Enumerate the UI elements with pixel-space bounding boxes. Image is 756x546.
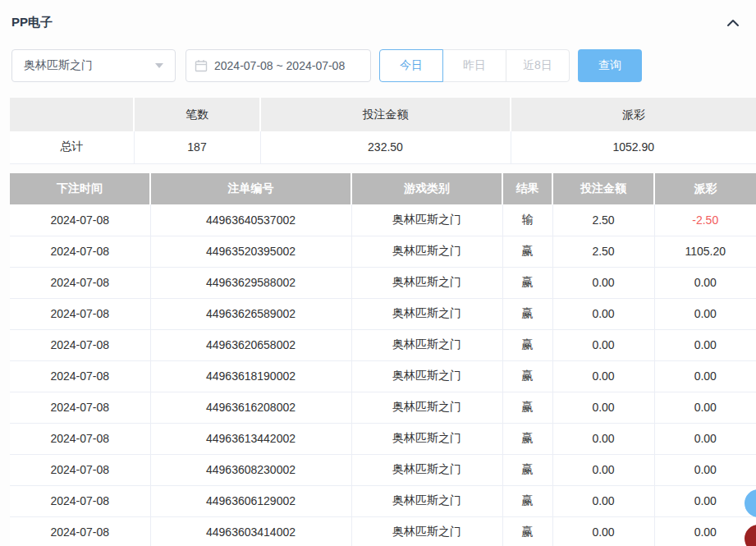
payout-cell: 0.00: [654, 298, 756, 329]
records-header-bet-time: 下注时间: [10, 173, 150, 204]
game-type-cell: 奥林匹斯之门: [351, 516, 502, 546]
chevron-down-icon: [155, 63, 163, 68]
bet-time-cell: 2024-07-08: [10, 204, 150, 236]
bet-id-cell: 44963626589002: [150, 298, 351, 329]
summary-total-row: 总计 187 232.50 1052.90: [10, 131, 756, 163]
bet-time-cell: 2024-07-08: [10, 329, 150, 360]
bet-amount-cell: 0.00: [552, 267, 654, 298]
bet-time-cell: 2024-07-08: [10, 454, 150, 485]
summary-header-payout: 派彩: [511, 98, 756, 131]
table-row: 2024-07-08 44963626589002 奥林匹斯之门 赢 0.00 …: [10, 298, 756, 329]
payout-cell: 0.00: [654, 485, 756, 516]
game-type-cell: 奥林匹斯之门: [351, 454, 502, 485]
date-range-picker[interactable]: 2024-07-08 ~ 2024-07-08: [186, 49, 371, 82]
bet-id-cell: 44963606129002: [150, 485, 351, 516]
bet-id-cell: 44963520395002: [150, 236, 351, 267]
filter-today-button[interactable]: 今日: [379, 49, 443, 82]
game-type-cell: 奥林匹斯之门: [351, 392, 502, 423]
bet-amount-cell: 0.00: [552, 392, 654, 423]
table-row: 2024-07-08 44963620658002 奥林匹斯之门 赢 0.00 …: [10, 329, 756, 360]
table-row: 2024-07-08 44963613442002 奥林匹斯之门 赢 0.00 …: [10, 423, 756, 454]
chevron-up-icon: [726, 18, 740, 30]
records-table-body: 2024-07-08 44963640537002 奥林匹斯之门 输 2.50 …: [10, 204, 756, 546]
payout-cell: 0.00: [654, 392, 756, 423]
filter-toolbar: 奥林匹斯之门 2024-07-08 ~ 2024-07-08 今日 昨日 近8日…: [11, 49, 642, 82]
result-cell: 赢: [502, 392, 552, 423]
result-cell: 赢: [502, 236, 552, 267]
bet-time-cell: 2024-07-08: [10, 516, 150, 546]
payout-cell: 0.00: [654, 423, 756, 454]
result-cell: 输: [502, 204, 552, 236]
game-type-cell: 奥林匹斯之门: [351, 204, 502, 236]
game-type-cell: 奥林匹斯之门: [351, 485, 502, 516]
filter-last8days-button[interactable]: 近8日: [506, 49, 570, 82]
summary-total-bet-amount: 232.50: [260, 131, 511, 163]
payout-cell: 0.00: [654, 267, 756, 298]
records-header-game-type: 游戏类别: [351, 173, 502, 204]
bet-amount-cell: 0.00: [552, 454, 654, 485]
records-table: 下注时间 注单编号 游戏类别 结果 投注金额 派彩 2024-07-08 449…: [10, 173, 756, 546]
bet-amount-cell: 0.00: [552, 423, 654, 454]
records-header-row: 下注时间 注单编号 游戏类别 结果 投注金额 派彩: [10, 173, 756, 204]
bet-id-cell: 44963640537002: [150, 204, 351, 236]
bet-id-cell: 44963618190002: [150, 360, 351, 392]
bet-amount-cell: 2.50: [552, 204, 654, 236]
table-row: 2024-07-08 44963608230002 奥林匹斯之门 赢 0.00 …: [10, 454, 756, 485]
summary-header-bet-amount: 投注金额: [260, 98, 511, 131]
records-header-bet-amount: 投注金额: [552, 173, 654, 204]
calendar-icon: [195, 59, 208, 72]
result-cell: 赢: [502, 267, 552, 298]
bet-amount-cell: 0.00: [552, 329, 654, 360]
records-header-bet-id: 注单编号: [150, 173, 351, 204]
table-row: 2024-07-08 44963640537002 奥林匹斯之门 输 2.50 …: [10, 204, 756, 236]
bet-id-cell: 44963603414002: [150, 516, 351, 546]
bet-time-cell: 2024-07-08: [10, 298, 150, 329]
game-type-cell: 奥林匹斯之门: [351, 360, 502, 392]
summary-total-label: 总计: [10, 131, 134, 163]
bet-amount-cell: 2.50: [552, 236, 654, 267]
payout-cell: 0.00: [654, 454, 756, 485]
bet-amount-cell: 0.00: [552, 360, 654, 392]
table-row: 2024-07-08 44963603414002 奥林匹斯之门 赢 0.00 …: [10, 516, 756, 546]
game-type-cell: 奥林匹斯之门: [351, 423, 502, 454]
page-title: PP电子: [11, 15, 53, 30]
quick-filter-group: 今日 昨日 近8日: [379, 49, 570, 82]
bet-time-cell: 2024-07-08: [10, 485, 150, 516]
bet-time-cell: 2024-07-08: [10, 392, 150, 423]
bet-time-cell: 2024-07-08: [10, 423, 150, 454]
collapse-section-button[interactable]: [725, 16, 741, 30]
records-header-payout: 派彩: [654, 173, 756, 204]
payout-cell: -2.50: [654, 204, 756, 236]
bet-id-cell: 44963629588002: [150, 267, 351, 298]
result-cell: 赢: [502, 454, 552, 485]
bet-amount-cell: 0.00: [552, 516, 654, 546]
game-type-cell: 奥林匹斯之门: [351, 329, 502, 360]
result-cell: 赢: [502, 298, 552, 329]
table-row: 2024-07-08 44963520395002 奥林匹斯之门 赢 2.50 …: [10, 236, 756, 267]
table-row: 2024-07-08 44963629588002 奥林匹斯之门 赢 0.00 …: [10, 267, 756, 298]
game-select-value: 奥林匹斯之门: [24, 58, 93, 73]
summary-header-empty: [10, 98, 134, 131]
result-cell: 赢: [502, 423, 552, 454]
summary-header-row: 笔数 投注金额 派彩: [10, 98, 756, 131]
result-cell: 赢: [502, 485, 552, 516]
table-row: 2024-07-08 44963618190002 奥林匹斯之门 赢 0.00 …: [10, 360, 756, 392]
payout-cell: 0.00: [654, 360, 756, 392]
payout-cell: 1105.20: [654, 236, 756, 267]
table-row: 2024-07-08 44963616208002 奥林匹斯之门 赢 0.00 …: [10, 392, 756, 423]
query-button[interactable]: 查询: [578, 49, 642, 82]
summary-total-payout: 1052.90: [511, 131, 756, 163]
bet-id-cell: 44963616208002: [150, 392, 351, 423]
game-type-cell: 奥林匹斯之门: [351, 236, 502, 267]
result-cell: 赢: [502, 360, 552, 392]
filter-yesterday-button[interactable]: 昨日: [442, 49, 506, 82]
payout-cell: 0.00: [654, 516, 756, 546]
game-select[interactable]: 奥林匹斯之门: [11, 49, 176, 82]
game-type-cell: 奥林匹斯之门: [351, 267, 502, 298]
bet-time-cell: 2024-07-08: [10, 267, 150, 298]
payout-cell: 0.00: [654, 329, 756, 360]
section-header: PP电子: [11, 15, 741, 30]
bet-id-cell: 44963608230002: [150, 454, 351, 485]
summary-header-count: 笔数: [134, 98, 260, 131]
bet-id-cell: 44963613442002: [150, 423, 351, 454]
